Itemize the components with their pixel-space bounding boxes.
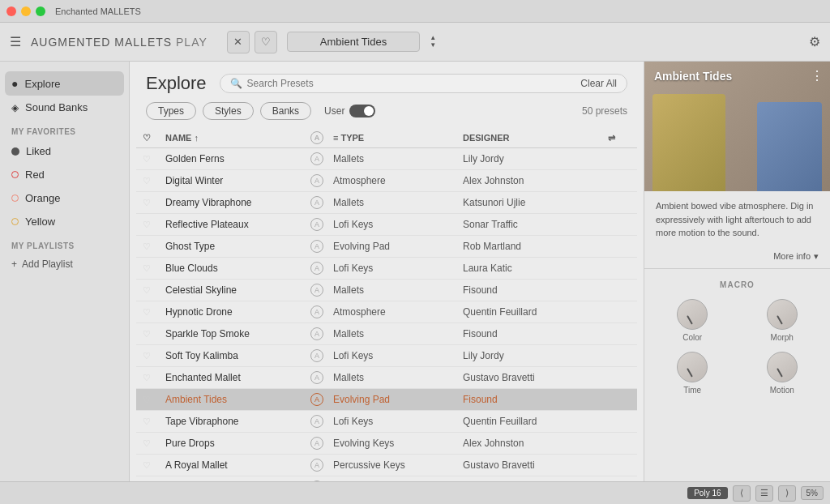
styles-filter-button[interactable]: Styles bbox=[203, 102, 254, 120]
table-row[interactable]: ♡ Golden Ferns A Mallets Lily Jordy bbox=[136, 148, 637, 170]
sidebar-item-soundbanks[interactable]: ◈ Sound Banks bbox=[0, 96, 129, 119]
playlists-section-label: MY PLAYLISTS bbox=[0, 233, 129, 254]
table-row[interactable]: ♡ Enchanted Mallet A Mallets Gustavo Bra… bbox=[136, 367, 637, 389]
preset-type: Percussive Keys bbox=[333, 459, 463, 471]
header-controls: ✕ ♡ bbox=[227, 31, 277, 53]
search-input[interactable] bbox=[247, 78, 570, 89]
heart-icon[interactable]: ♡ bbox=[143, 438, 165, 449]
table-row[interactable]: ♡ Sparkle Top Smoke A Mallets Fisound bbox=[136, 323, 637, 345]
menu-icon-col: ≡ bbox=[333, 133, 338, 143]
heart-icon[interactable]: ♡ bbox=[143, 416, 165, 427]
preset-designer: Quentin Feuillard bbox=[463, 306, 608, 318]
search-bar[interactable]: 🔍 Clear All bbox=[220, 74, 627, 93]
nav-up-arrow[interactable]: ▲ bbox=[430, 35, 436, 41]
aug-icon: A bbox=[310, 305, 323, 318]
menu-icon[interactable]: ☰ bbox=[10, 34, 21, 49]
user-toggle-switch[interactable] bbox=[349, 105, 375, 117]
preset-designer: Katsunori Ujlie bbox=[463, 197, 608, 208]
sidebar-explore-label: Explore bbox=[24, 78, 60, 90]
table-row[interactable]: ♡ Blue Clouds A Lofi Keys Laura Katic bbox=[136, 258, 637, 280]
preset-type: Mallets bbox=[333, 328, 463, 340]
preset-type: Mallets bbox=[333, 284, 463, 296]
panel-menu-button[interactable]: ⋮ bbox=[811, 68, 824, 83]
table-row[interactable]: ♡ Ghost Type A Evolving Pad Rob Martland bbox=[136, 236, 637, 258]
window-controls[interactable] bbox=[6, 6, 45, 16]
more-info-button[interactable]: More info ▾ bbox=[644, 248, 830, 265]
preset-name: Reflective Plateaux bbox=[165, 219, 310, 230]
heart-icon[interactable]: ♡ bbox=[143, 373, 165, 383]
header-bar: ☰ AUGMENTED MALLETS PLAY ✕ ♡ Ambient Tid… bbox=[0, 23, 830, 62]
soundbanks-icon: ◈ bbox=[11, 102, 19, 113]
aug-icon: A bbox=[310, 131, 323, 144]
preset-name: Soft Toy Kalimba bbox=[165, 350, 310, 361]
heart-icon[interactable]: ♡ bbox=[143, 307, 165, 318]
minimize-button[interactable] bbox=[21, 6, 31, 16]
table-row[interactable]: ♡ Hypnotic Drone A Atmosphere Quentin Fe… bbox=[136, 301, 637, 323]
aug-icon: A bbox=[310, 371, 323, 384]
aug-icon: A bbox=[310, 393, 323, 406]
close-preset-button[interactable]: ✕ bbox=[227, 31, 250, 53]
table-row[interactable]: ♡ A Royal Mallet A Percussive Keys Gusta… bbox=[136, 455, 637, 476]
nav-arrows[interactable]: ▲ ▼ bbox=[430, 35, 436, 49]
table-row[interactable]: ♡ Soft Toy Kalimba A Lofi Keys Lily Jord… bbox=[136, 345, 637, 367]
banks-filter-button[interactable]: Banks bbox=[260, 102, 311, 120]
heart-icon[interactable]: ♡ bbox=[143, 351, 165, 361]
explore-title: Explore bbox=[146, 73, 207, 94]
aug-icon: A bbox=[310, 415, 323, 428]
nav-down-arrow[interactable]: ▼ bbox=[430, 42, 436, 49]
heart-icon[interactable]: ♡ bbox=[143, 285, 165, 296]
name-col-header[interactable]: NAME ↑ bbox=[165, 133, 310, 143]
table-row[interactable]: ♡ Pure Drops A Evolving Keys Alex Johnst… bbox=[136, 433, 637, 455]
heart-icon[interactable]: ♡ bbox=[143, 176, 165, 186]
table-row[interactable]: ♡ Ambient Tides A Evolving Pad Fisound bbox=[136, 389, 637, 411]
panel-image-right bbox=[757, 102, 822, 191]
maximize-button[interactable] bbox=[36, 6, 45, 16]
color-knob[interactable] bbox=[677, 299, 708, 330]
explore-icon: ● bbox=[11, 77, 18, 90]
favorite-preset-button[interactable]: ♡ bbox=[255, 31, 277, 53]
main-layout: ● Explore ◈ Sound Banks MY FAVORITES Lik… bbox=[0, 62, 830, 481]
heart-icon[interactable]: ♡ bbox=[143, 460, 165, 471]
gear-icon[interactable]: ⚙ bbox=[809, 34, 820, 49]
motion-knob[interactable] bbox=[767, 352, 798, 382]
heart-icon[interactable]: ♡ bbox=[143, 329, 165, 340]
orange-label: Orange bbox=[25, 192, 60, 204]
macro-title: MACRO bbox=[652, 280, 822, 289]
table-row[interactable]: ♡ Tape Vibraphone A Lofi Keys Quentin Fe… bbox=[136, 411, 637, 433]
table-row[interactable]: ♡ Reflective Plateaux A Lofi Keys Sonar … bbox=[136, 214, 637, 236]
list-button[interactable]: ☰ bbox=[755, 485, 773, 502]
liked-label: Liked bbox=[26, 145, 51, 157]
table-row[interactable]: ♡ Dreamy Vibraphone A Mallets Katsunori … bbox=[136, 192, 637, 214]
designer-col-header[interactable]: DESIGNER bbox=[463, 133, 608, 143]
forward-button[interactable]: ⟩ bbox=[778, 485, 796, 502]
heart-icon[interactable]: ♡ bbox=[143, 395, 165, 405]
heart-icon[interactable]: ♡ bbox=[143, 198, 165, 208]
table-row[interactable]: ♡ Celestial Skyline A Mallets Fisound bbox=[136, 280, 637, 301]
sidebar-item-yellow[interactable]: Yellow bbox=[0, 210, 129, 233]
sidebar-item-explore[interactable]: ● Explore bbox=[5, 71, 124, 96]
sidebar-item-orange[interactable]: Orange bbox=[0, 186, 129, 210]
heart-icon[interactable]: ♡ bbox=[143, 241, 165, 252]
sidebar-item-red[interactable]: Red bbox=[0, 163, 129, 186]
heart-icon[interactable]: ♡ bbox=[143, 220, 165, 230]
table-row[interactable]: ♡ Digital Winter A Atmosphere Alex Johns… bbox=[136, 170, 637, 192]
shuffle-col-header[interactable]: ⇌ bbox=[608, 133, 631, 143]
user-toggle[interactable]: User bbox=[324, 105, 375, 117]
preset-type: Lofi Keys bbox=[333, 219, 463, 230]
preset-type: Evolving Pad bbox=[333, 241, 463, 252]
time-knob[interactable] bbox=[677, 352, 708, 382]
heart-icon[interactable]: ♡ bbox=[143, 154, 165, 164]
morph-knob[interactable] bbox=[767, 299, 798, 330]
rewind-button[interactable]: ⟨ bbox=[733, 485, 751, 502]
add-playlist-button[interactable]: + Add Playlist bbox=[0, 254, 129, 275]
heart-icon[interactable]: ♡ bbox=[143, 263, 165, 274]
type-col-header[interactable]: ≡ TYPE bbox=[333, 133, 463, 143]
clear-all-button[interactable]: Clear All bbox=[580, 78, 617, 89]
liked-dot bbox=[11, 147, 19, 156]
preset-name: Dreamy Vibraphone bbox=[165, 197, 310, 208]
types-filter-button[interactable]: Types bbox=[146, 102, 196, 120]
close-button[interactable] bbox=[6, 6, 16, 16]
sidebar-item-liked[interactable]: Liked bbox=[0, 139, 129, 163]
aug-icon: A bbox=[310, 174, 323, 187]
preset-type: Atmosphere bbox=[333, 175, 463, 186]
